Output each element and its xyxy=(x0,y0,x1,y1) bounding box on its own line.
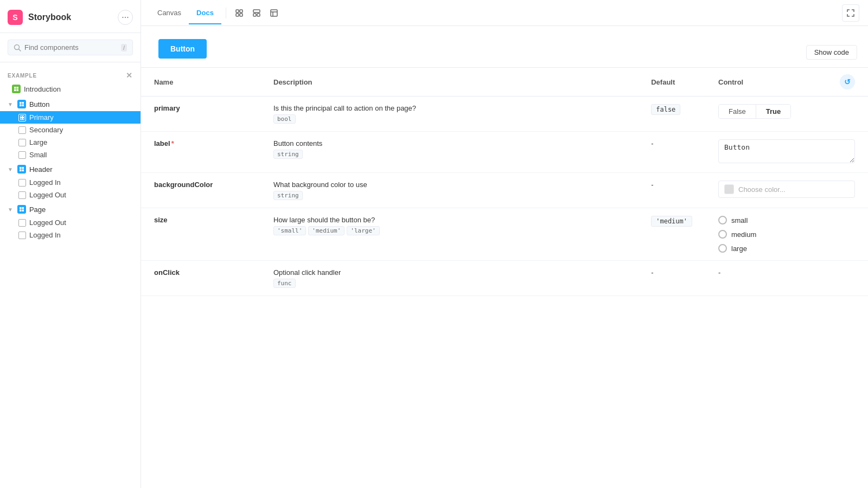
sidebar-item-primary[interactable]: Primary xyxy=(0,111,141,124)
section-close-button[interactable]: ✕ xyxy=(126,71,133,80)
show-code-button[interactable]: Show code xyxy=(806,45,857,60)
nav-group-header-header[interactable]: ▼ Header xyxy=(0,162,141,176)
svg-rect-26 xyxy=(253,10,260,12)
table-row: backgroundColor What background color to… xyxy=(141,173,868,208)
prop-desc-cell: Optional click handler func xyxy=(260,261,638,296)
sidebar-item-introduction[interactable]: Introduction xyxy=(0,82,141,96)
true-option[interactable]: True xyxy=(756,105,790,118)
label-text-control[interactable]: Button xyxy=(718,139,855,163)
large-item-icon xyxy=(18,139,26,146)
reset-controls-button[interactable]: ↺ xyxy=(840,74,855,89)
svg-rect-21 xyxy=(22,210,24,212)
prop-desc-cell: Is this the principal call to action on … xyxy=(260,97,638,132)
table-row: primary Is this the principal call to ac… xyxy=(141,97,868,132)
svg-rect-19 xyxy=(22,207,24,209)
svg-rect-10 xyxy=(21,115,22,117)
prop-default-cell: - xyxy=(638,173,705,208)
svg-rect-15 xyxy=(22,167,24,169)
prop-control-cell: Choose color... xyxy=(705,173,868,208)
preview-button[interactable]: Button xyxy=(158,39,207,59)
svg-rect-17 xyxy=(22,170,24,172)
prop-name-cell: backgroundColor xyxy=(141,173,260,208)
color-control[interactable]: Choose color... xyxy=(718,181,855,198)
prop-desc-cell: Button contents string xyxy=(260,132,638,173)
page-loggedin-icon xyxy=(18,232,26,239)
svg-rect-18 xyxy=(20,207,22,209)
sidebar-search: / xyxy=(0,33,141,62)
size-radio-group: small medium large xyxy=(718,216,855,253)
fullscreen-button[interactable] xyxy=(842,4,859,22)
tab-canvas[interactable]: Canvas xyxy=(150,2,189,24)
svg-rect-9 xyxy=(22,105,24,107)
svg-rect-2 xyxy=(14,87,16,89)
nav-group-page-header[interactable]: ▼ Page xyxy=(0,202,141,216)
svg-line-1 xyxy=(19,49,21,51)
false-option[interactable]: False xyxy=(719,105,756,118)
header-loggedin-icon xyxy=(18,179,26,187)
sidebar-nav: EXAMPLE ✕ Introduction ▼ Button xyxy=(0,62,141,488)
prop-default-cell: false xyxy=(638,97,705,132)
svg-rect-3 xyxy=(17,87,19,89)
prop-name-cell: size xyxy=(141,208,260,261)
sidebar-item-secondary[interactable]: Secondary xyxy=(0,124,141,136)
prop-default-cell: - xyxy=(638,132,705,173)
button-group-label: Button xyxy=(29,100,50,108)
radio-circle-large xyxy=(718,244,727,253)
size-radio-medium[interactable]: medium xyxy=(718,230,855,239)
table-row: onClick Optional click handler func - - xyxy=(141,261,868,296)
svg-rect-13 xyxy=(23,118,24,119)
tab-docs[interactable]: Docs xyxy=(189,2,221,24)
sidebar-item-page-loggedin[interactable]: Logged In xyxy=(0,229,141,241)
prop-default-cell: - xyxy=(638,261,705,296)
svg-rect-16 xyxy=(20,170,22,172)
prop-desc-cell: How large should the button be? 'small' … xyxy=(260,208,638,261)
svg-rect-8 xyxy=(20,105,22,107)
svg-rect-29 xyxy=(271,10,277,16)
radio-circle-small xyxy=(718,216,727,224)
grid-large-icon xyxy=(252,9,261,17)
search-shortcut: / xyxy=(121,44,127,52)
viewport-icon-button[interactable] xyxy=(231,4,248,22)
nav-group-page: ▼ Page Logged Out Logged In xyxy=(0,202,141,241)
search-icon xyxy=(14,44,21,52)
introduction-label: Introduction xyxy=(24,85,61,93)
search-box[interactable]: / xyxy=(8,40,133,55)
search-input[interactable] xyxy=(24,43,118,52)
svg-rect-14 xyxy=(20,167,22,169)
primary-label: Primary xyxy=(29,113,54,121)
size-radio-small[interactable]: small xyxy=(718,216,855,224)
fullscreen-icon xyxy=(847,9,854,17)
nav-group-header: ▼ Header Logged In Logged Out xyxy=(0,162,141,201)
nav-group-button-header[interactable]: ▼ Button xyxy=(0,97,141,111)
example-section-label: EXAMPLE ✕ xyxy=(0,67,141,82)
preview-area: Button Show code xyxy=(141,26,868,68)
prop-default-cell: 'medium' xyxy=(638,208,705,261)
prop-name-cell: onClick xyxy=(141,261,260,296)
svg-rect-25 xyxy=(240,14,242,16)
col-name: Name xyxy=(141,68,260,97)
svg-rect-22 xyxy=(236,10,239,12)
button-group-icon xyxy=(17,100,26,108)
page-group-chevron: ▼ xyxy=(8,207,13,213)
svg-rect-27 xyxy=(253,14,256,16)
page-group-label: Page xyxy=(29,206,46,214)
frame-icon xyxy=(270,9,278,17)
prop-control-cell: - xyxy=(705,261,868,296)
grid-large-icon-button[interactable] xyxy=(248,4,265,22)
toolbar: Canvas Docs xyxy=(141,0,868,26)
frame-icon-button[interactable] xyxy=(265,4,283,22)
prop-desc-cell: What background color to use string xyxy=(260,173,638,208)
sidebar-item-large[interactable]: Large xyxy=(0,136,141,149)
col-description: Description xyxy=(260,68,638,97)
table-row: size How large should the button be? 'sm… xyxy=(141,208,868,261)
sidebar-item-small[interactable]: Small xyxy=(0,149,141,161)
more-options-button[interactable]: ··· xyxy=(118,10,133,25)
svg-rect-7 xyxy=(22,102,24,104)
header-group-icon xyxy=(17,165,26,174)
main-content: Canvas Docs xyxy=(141,0,868,488)
sidebar-item-page-loggedout[interactable]: Logged Out xyxy=(0,216,141,229)
sidebar-item-header-loggedin[interactable]: Logged In xyxy=(0,176,141,189)
prop-control-cell: False True xyxy=(705,97,868,132)
sidebar-item-header-loggedout[interactable]: Logged Out xyxy=(0,189,141,201)
size-radio-large[interactable]: large xyxy=(718,244,855,253)
